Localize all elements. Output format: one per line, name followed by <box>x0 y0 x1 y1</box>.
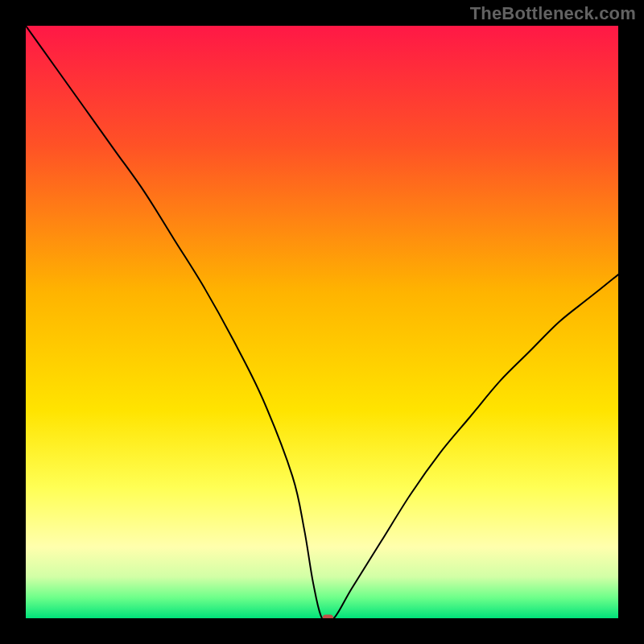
watermark-text: TheBottleneck.com <box>470 3 636 24</box>
bottleneck-chart <box>26 26 618 618</box>
plot-area <box>26 26 618 618</box>
gradient-background <box>26 26 618 618</box>
notch-marker <box>323 615 333 618</box>
chart-frame: TheBottleneck.com <box>0 0 644 644</box>
